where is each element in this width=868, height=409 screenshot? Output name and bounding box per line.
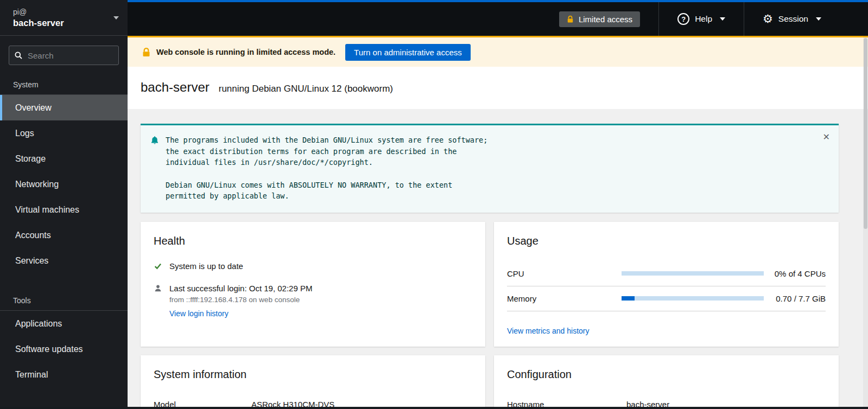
limited-access-label: Limited access [579,15,632,24]
host-switcher-text: pi@ bach-server [13,7,64,29]
sidebar-item-terminal[interactable]: Terminal [0,362,128,387]
page-header: bach-server running Debian GNU/Linux 12 … [128,67,868,109]
overview-content: The programs included with the Debian GN… [128,109,868,409]
host-user: pi@ [13,7,64,17]
chevron-down-icon [720,17,725,21]
nav-section-tools: Tools Applications Software updates Term… [0,293,128,387]
check-icon [154,261,162,270]
scrollbar-thumb[interactable] [864,38,867,229]
sidebar-item-label: Services [15,256,48,266]
sidebar-item-label: Terminal [15,370,48,380]
search-input[interactable] [9,46,119,65]
lock-icon [567,15,574,23]
sidebar-item-services[interactable]: Services [0,248,128,273]
turn-on-admin-access-button[interactable]: Turn on administrative access [345,44,471,61]
motd-alert: The programs included with the Debian GN… [141,124,839,213]
update-status-item: System is up to date [154,261,472,271]
last-login-item: Last successful login: Oct 19, 02:29 PM … [154,284,472,318]
help-label: Help [695,14,712,24]
sidebar-item-networking[interactable]: Networking [0,171,128,197]
cpu-label: CPU [507,269,622,278]
masthead: Limited access ? Help ⚙ Session [128,0,868,36]
cpu-value: 0% of 4 CPUs [771,269,826,278]
close-icon[interactable]: ✕ [823,132,830,142]
page-subtitle: running Debian GNU/Linux 12 (bookworm) [219,84,393,94]
page: bach-server running Debian GNU/Linux 12 … [128,67,868,409]
host-name: bach-server [13,17,64,29]
limited-access-button[interactable]: Limited access [559,11,640,27]
sidebar-item-label: Networking [15,180,59,189]
health-card-title: Health [154,235,472,247]
sidebar-item-label: Storage [15,154,46,164]
sidebar-item-label: Overview [15,103,52,113]
session-label: Session [778,14,808,24]
session-menu-button[interactable]: ⚙ Session [744,2,840,36]
last-login-text: Last successful login: Oct 19, 02:29 PM [169,284,312,293]
motd-text: The programs included with the Debian GN… [166,135,487,202]
memory-value: 0.70 / 7.7 GiB [771,294,826,303]
update-status-text: System is up to date [169,261,243,271]
last-login-block: Last successful login: Oct 19, 02:29 PM … [169,284,312,318]
sidebar-item-logs[interactable]: Logs [0,120,128,146]
memory-progress-fill [622,296,635,301]
configuration-card: Configuration Hostname bach-server [494,355,839,409]
sidebar-item-accounts[interactable]: Accounts [0,222,128,248]
limited-access-banner: Web console is running in limited access… [128,36,868,67]
page-title: bach-server [141,80,210,95]
chevron-down-icon [816,17,821,21]
login-from-text: from ::ffff:192.168.4.178 on web console [169,296,312,304]
sidebar-item-applications[interactable]: Applications [0,311,128,336]
main-area: Limited access ? Help ⚙ Session Web cons… [128,0,868,409]
bell-icon [150,135,159,145]
bottom-edge-strip [0,407,868,409]
chevron-down-icon [113,16,119,20]
nav-section-title-tools: Tools [0,293,128,311]
cockpit-app: pi@ bach-server System Overview Logs Sto… [0,0,868,409]
usage-card-title: Usage [507,235,826,247]
help-icon: ? [677,13,689,25]
cpu-usage-row: CPU 0% of 4 CPUs [507,261,826,286]
sidebar-item-label: Logs [15,129,34,138]
configuration-title: Configuration [507,368,826,381]
view-metrics-link[interactable]: View metrics and history [507,327,589,335]
sidebar-item-overview[interactable]: Overview [0,95,128,120]
sidebar-search [9,46,119,65]
sidebar-item-label: Accounts [15,231,51,240]
banner-message: Web console is running in limited access… [156,48,335,56]
nav-section-system: System Overview Logs Storage Networking … [0,77,128,273]
system-information-card: System information Model ASRock H310CM-D… [141,355,485,409]
help-menu-button[interactable]: ? Help [659,2,744,36]
sidebar-nav: System Overview Logs Storage Networking … [0,68,128,387]
view-login-history-link[interactable]: View login history [169,309,229,318]
sidebar-item-label: Software updates [15,344,83,354]
motd-paragraph-1: The programs included with the Debian GN… [166,135,487,168]
lock-icon [142,47,151,57]
motd-paragraph-2: Debian GNU/Linux comes with ABSOLUTELY N… [166,180,487,202]
host-switcher[interactable]: pi@ bach-server [0,0,128,36]
cpu-progress-bar [622,271,764,276]
sidebar-item-label: Virtual machines [15,205,79,215]
memory-progress-bar [622,296,764,301]
gear-icon: ⚙ [763,14,773,25]
sidebar-item-virtual-machines[interactable]: Virtual machines [0,197,128,222]
sidebar-item-software-updates[interactable]: Software updates [0,336,128,362]
system-information-title: System information [154,368,472,381]
health-card: Health System is up to date [141,222,485,347]
vertical-scrollbar [863,36,868,409]
sidebar: pi@ bach-server System Overview Logs Sto… [0,0,128,409]
memory-usage-row: Memory 0.70 / 7.7 GiB [507,286,826,311]
sidebar-item-storage[interactable]: Storage [0,146,128,171]
sidebar-item-label: Applications [15,319,62,329]
memory-label: Memory [507,294,622,303]
search-icon [14,51,23,60]
nav-section-title-system: System [0,77,128,95]
user-icon [154,284,162,292]
usage-card: Usage CPU 0% of 4 CPUs Memory [494,222,839,347]
card-grid: Health System is up to date [141,222,839,409]
